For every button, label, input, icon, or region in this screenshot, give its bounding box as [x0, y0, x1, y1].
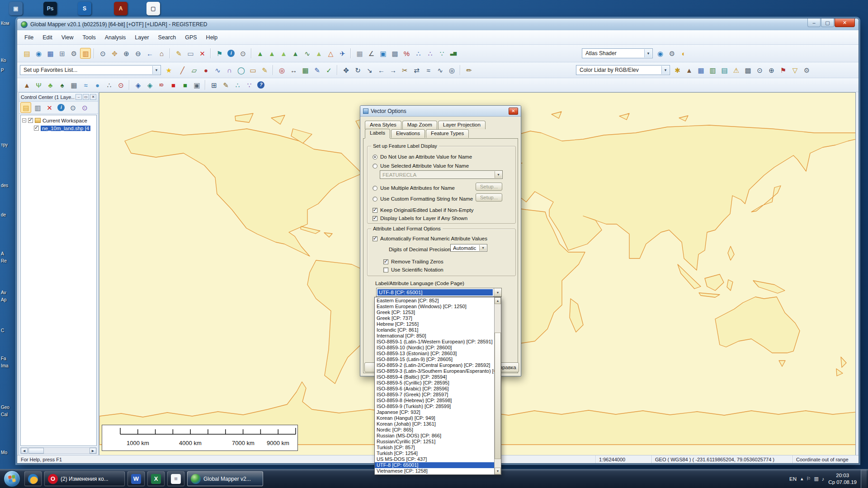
desktop-icon-cal[interactable]: Cal	[1, 412, 16, 417]
cc-close-layer-icon[interactable]: ✕	[44, 102, 55, 113]
lidar-settings-icon[interactable]: ⚙	[801, 65, 812, 75]
tab-area-styles[interactable]: Area Styles	[365, 121, 401, 129]
codepage-option[interactable]: ISO-8859-9 (Turkish) [CP: 28599]	[375, 404, 494, 409]
route-edit-icon[interactable]: ✎	[220, 80, 231, 90]
codepage-option[interactable]: ISO-8859-3 (Latin-3/Southern European/Es…	[375, 368, 494, 374]
codepage-option[interactable]: Vietnamese [CP: 1258]	[375, 468, 494, 474]
tab-map-zoom[interactable]: Map Zoom	[402, 121, 437, 129]
chart-bars-icon[interactable]: ▃▆	[448, 48, 459, 59]
codepage-option[interactable]: Eastern European (Windows) [CP: 1250]	[375, 304, 494, 310]
measure-area-icon[interactable]: ▦	[300, 65, 311, 75]
attribute-combo[interactable]: FEATURECLA ▾	[380, 170, 503, 179]
gps-track-red-icon[interactable]: ■	[168, 80, 179, 90]
terrain-paint-icon[interactable]: ▲	[313, 48, 324, 59]
reverse-line-icon[interactable]: ⇄	[411, 65, 422, 75]
radio-selected-attribute[interactable]	[373, 164, 377, 169]
codepage-option[interactable]: ISO-8859-5 (Cyrillic) [CP: 28595]	[375, 380, 494, 386]
taskbar-excel-button[interactable]: X	[147, 471, 165, 486]
warning-triangle-icon[interactable]: ⚠	[731, 65, 741, 75]
gps-compass-b-icon[interactable]: ◈	[144, 80, 155, 90]
desktop-icon-ко[interactable]: Ко	[1, 58, 16, 63]
tree-expander-icon[interactable]: −	[22, 118, 26, 122]
draw-rectangle-icon[interactable]: ▭	[247, 65, 258, 75]
open-data-file-icon[interactable]: ▤	[21, 48, 32, 59]
radio-no-attribute[interactable]	[373, 155, 377, 160]
cc-search-layer-icon[interactable]: ⊙	[79, 102, 90, 113]
tools-wrench-icon[interactable]: ⚙	[68, 48, 79, 59]
hidden-icons-chevron-icon[interactable]: ▴	[801, 476, 803, 482]
taskbar-opera-task[interactable]: O (2) Изменения ко...	[44, 471, 125, 486]
draw-spline-icon[interactable]: ∿	[212, 65, 223, 75]
desktop-icon-des[interactable]: des	[1, 183, 16, 188]
radio-custom-format[interactable]	[373, 197, 377, 202]
gps-track-green-icon[interactable]: ■	[179, 80, 190, 90]
taskbar-clock[interactable]: 20:03 Ср 07.08.19	[828, 472, 857, 486]
scroll-down-icon[interactable]: ▼	[495, 468, 501, 474]
lidar-ground-icon[interactable]: ▲	[684, 65, 694, 75]
view-3d-icon[interactable]: ▣	[377, 48, 388, 59]
tree-horizontal-scrollbar[interactable]: ◀ ▶	[20, 447, 97, 454]
panel-minimize-icon[interactable]: –	[75, 94, 82, 100]
percent-slope-icon[interactable]: %	[401, 48, 412, 59]
document-icon[interactable]: ▢	[146, 2, 160, 15]
codepage-option[interactable]: Nordic [CP: 865]	[375, 427, 494, 433]
buffer-feature-icon[interactable]: ◎	[446, 65, 457, 75]
layer-label[interactable]: ne_10m_land.shp [4	[41, 126, 90, 131]
tab-feature-types[interactable]: Feature Types	[426, 129, 469, 138]
points-circle-icon[interactable]: ∴	[232, 80, 243, 90]
gps-camera-icon[interactable]: ▣	[191, 80, 202, 90]
panel-float-icon[interactable]: ▭	[83, 94, 89, 100]
menu-analysis[interactable]: Analysis	[100, 33, 131, 42]
full-view-home-icon[interactable]: ⌂	[156, 48, 167, 59]
codepage-option[interactable]: Turkish [CP: 857]	[375, 445, 494, 450]
search-attributes-icon[interactable]: ⊙	[237, 48, 248, 59]
favorites-star-icon[interactable]: ★	[163, 65, 174, 75]
favorites-combo[interactable]: Set up Favorites List... ▾	[20, 65, 161, 75]
lidar-grid-icon[interactable]: ▦	[695, 65, 706, 75]
tab-elevations[interactable]: Elevations	[391, 129, 425, 138]
draw-line-icon[interactable]: ╱	[177, 65, 188, 75]
map-layout-icon[interactable]: ▦	[354, 48, 365, 59]
dialog-titlebar[interactable]: Vector Options ✕	[360, 106, 521, 117]
codepage-option[interactable]: Greek [CP: 1253]	[375, 310, 494, 315]
scroll-thumb[interactable]	[28, 448, 44, 454]
codepage-option[interactable]: UTF-8 [CP: 65001]	[375, 462, 494, 468]
codepage-option[interactable]: ISO-8859-2 (Latin-2/Central European) [C…	[375, 362, 494, 368]
keep-original-checkbox[interactable]	[373, 208, 377, 213]
pen-tool-icon[interactable]: ✏	[463, 65, 474, 75]
fly-through-icon[interactable]: ✈	[337, 48, 348, 59]
menu-edit[interactable]: Edit	[38, 33, 57, 42]
scroll-up-icon[interactable]: ▲	[495, 297, 501, 304]
verify-check-icon[interactable]: ✓	[323, 65, 334, 75]
lidar-filter-icon[interactable]: ∵	[436, 48, 447, 59]
taskbar-word-button[interactable]: W	[127, 471, 145, 486]
title-bar[interactable]: Global Mapper v20.1 (b022519) [64-bit] […	[17, 19, 859, 30]
display-labels-checkbox[interactable]	[373, 216, 377, 221]
precision-combo[interactable]: Automatic ▾	[450, 244, 487, 252]
panel-close-icon[interactable]: ✕	[90, 94, 96, 100]
zoom-out-icon[interactable]: ⊖	[132, 48, 143, 59]
codepage-option[interactable]: ISO-8859-1 (Latin-1/Western European) [C…	[375, 339, 494, 345]
taskbar-global-mapper-task[interactable]: Global Mapper v2...	[187, 471, 263, 486]
codepage-option[interactable]: Turkish [CP: 1254]	[375, 450, 494, 456]
move-feature-icon[interactable]: ✥	[340, 65, 351, 75]
desktop-icon-ар[interactable]: Ар	[1, 297, 16, 302]
filter-funnel-icon[interactable]: ▽	[789, 65, 800, 75]
layer-checkbox[interactable]	[34, 126, 39, 131]
maximize-button[interactable]: ▢	[821, 19, 834, 27]
clear-selection-icon[interactable]: ✕	[197, 48, 208, 59]
lidar-classify-icon[interactable]: ∴	[425, 48, 435, 59]
lidar-profile-icon[interactable]: ∴	[413, 48, 424, 59]
split-feature-icon[interactable]: ✂	[399, 65, 410, 75]
vegetation-grass-icon[interactable]: Ψ	[33, 80, 44, 90]
desktop-icon-re[interactable]: Re	[1, 258, 16, 263]
measure-distance-icon[interactable]: ↔	[288, 65, 299, 75]
codepage-option[interactable]: US MS-DOS [CP: 437]	[375, 456, 494, 462]
configure-gear-icon[interactable]: ⚙	[666, 48, 677, 59]
dialog-close-icon[interactable]: ✕	[509, 108, 518, 115]
codepage-option[interactable]: Russian/Cyrillic [CP: 1251]	[375, 439, 494, 445]
desktop-icon-с[interactable]: С	[1, 328, 16, 333]
measure-tool-icon[interactable]: ∠	[366, 48, 377, 59]
lidar-color-combo[interactable]: Color Lidar by RGB/Elev ▾	[576, 65, 670, 75]
auto-format-checkbox[interactable]	[373, 236, 377, 241]
